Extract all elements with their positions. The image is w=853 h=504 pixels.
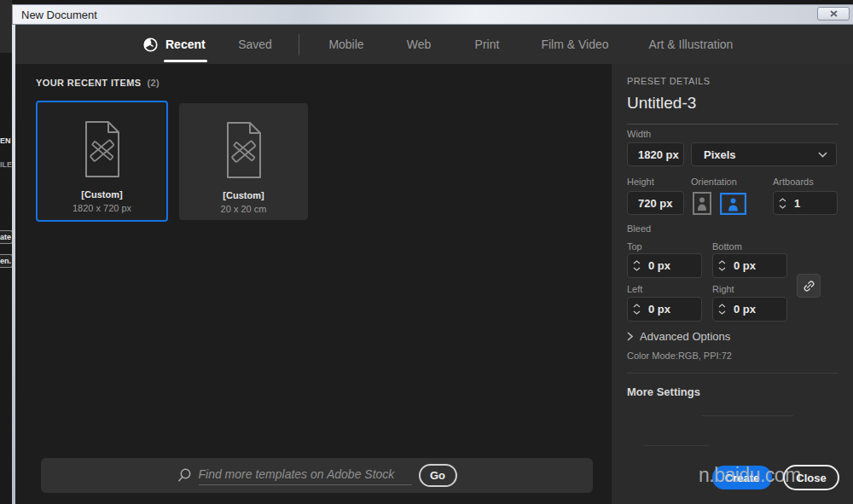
recent-items-header: YOUR RECENT ITEMS(2) <box>36 78 160 88</box>
document-template-icon <box>222 122 266 178</box>
background-app-strip: EN ILE ate en. <box>0 0 12 504</box>
chevron-up-icon <box>633 260 641 264</box>
divider <box>627 124 838 125</box>
bleed-right-label: Right <box>712 284 734 294</box>
chevron-down-icon <box>633 310 641 315</box>
bleed-right-value: 0 px <box>734 303 756 316</box>
tab-bar: Recent Saved Mobile Web Print Film & Vid… <box>15 25 853 64</box>
tab-saved[interactable]: Saved <box>238 25 272 64</box>
bleed-right-stepper[interactable]: 0 px <box>712 297 787 322</box>
units-dropdown[interactable]: Pixels <box>691 142 837 166</box>
chevron-down-icon <box>633 267 641 271</box>
chevron-down-icon <box>718 310 726 315</box>
artboards-value: 1 <box>794 197 800 210</box>
recent-item-size: 1820 x 720 px <box>73 203 131 213</box>
background-button-fragment: ate <box>0 230 13 244</box>
chevron-up-icon <box>633 304 641 308</box>
tab-label: Recent <box>165 38 206 51</box>
advanced-options-toggle[interactable]: Advanced Options <box>627 330 730 343</box>
bleed-left-label: Left <box>627 284 642 294</box>
stepper-arrows[interactable] <box>713 304 730 315</box>
stepper-arrows[interactable] <box>628 304 645 315</box>
recent-item-name: [Custom] <box>223 190 264 200</box>
search-input[interactable] <box>199 467 412 481</box>
height-input[interactable] <box>627 191 684 215</box>
tab-label: Saved <box>238 38 272 51</box>
create-button[interactable]: Create <box>712 466 772 490</box>
bleed-top-label: Top <box>627 241 642 252</box>
window-close-button[interactable] <box>817 7 850 20</box>
tab-label: Web <box>407 38 432 51</box>
width-label: Width <box>627 129 651 139</box>
tab-label: Print <box>475 38 500 51</box>
go-button[interactable]: Go <box>419 464 457 487</box>
bleed-left-stepper[interactable]: 0 px <box>627 297 702 322</box>
artboards-label: Artboards <box>773 177 814 187</box>
stepper-arrows[interactable] <box>774 198 791 209</box>
bleed-bottom-value: 0 px <box>734 259 756 272</box>
orientation-label: Orientation <box>691 177 737 187</box>
divider <box>627 373 838 374</box>
tab-web[interactable]: Web <box>407 25 432 64</box>
document-name-field[interactable]: Untitled-3 <box>627 94 696 113</box>
chevron-up-icon <box>718 260 726 264</box>
document-template-icon <box>80 121 125 177</box>
stepper-arrows[interactable] <box>713 260 730 271</box>
dialog-title: New Document <box>21 9 97 21</box>
advanced-options-label: Advanced Options <box>640 330 730 343</box>
more-settings-link[interactable]: More Settings <box>627 385 700 398</box>
bleed-link-button[interactable] <box>797 274 821 298</box>
tab-label: Film & Video <box>541 38 608 51</box>
width-value[interactable] <box>638 148 683 161</box>
landscape-orientation-icon[interactable] <box>720 193 746 215</box>
tab-recent[interactable]: Recent <box>143 25 206 64</box>
bleed-bottom-label: Bottom <box>712 241 742 252</box>
recent-item-card[interactable]: [Custom] 20 x 20 cm <box>179 103 308 220</box>
screen: EN ILE ate en. New Document Recent <box>0 0 853 504</box>
chevron-up-icon <box>779 198 786 202</box>
chevron-down-icon <box>818 152 827 158</box>
divider <box>644 445 709 446</box>
background-app-strip-top <box>0 0 12 53</box>
chevron-down-icon <box>718 267 726 271</box>
stepper-arrows[interactable] <box>628 260 645 271</box>
recent-item-card-selected[interactable]: [Custom] 1820 x 720 px <box>36 101 168 222</box>
bleed-bottom-stepper[interactable]: 0 px <box>712 253 787 278</box>
tab-mobile[interactable]: Mobile <box>328 25 363 64</box>
link-icon <box>803 280 815 293</box>
tab-print[interactable]: Print <box>475 25 500 64</box>
background-button-fragment: en. <box>0 254 13 268</box>
chevron-down-icon <box>779 205 786 209</box>
new-document-dialog: Recent Saved Mobile Web Print Film & Vid… <box>15 25 853 504</box>
adobe-stock-search-bar: Go <box>41 458 593 493</box>
tab-label: Art & Illustration <box>649 38 734 51</box>
divider <box>702 415 793 416</box>
recent-items-count: (2) <box>148 78 160 88</box>
dialog-titlebar[interactable]: New Document <box>12 4 853 25</box>
tab-label: Mobile <box>328 38 363 51</box>
height-value[interactable] <box>638 197 683 210</box>
color-mode-text: Color Mode:RGB, PPI:72 <box>627 350 732 361</box>
recent-item-size: 20 x 20 cm <box>221 204 267 214</box>
bleed-left-value: 0 px <box>648 303 670 316</box>
chevron-up-icon <box>718 304 726 308</box>
recent-items-title: YOUR RECENT ITEMS <box>36 78 142 88</box>
close-icon <box>830 10 838 17</box>
close-button[interactable]: Close <box>783 465 839 490</box>
bleed-top-value: 0 px <box>648 259 670 272</box>
tab-film-video[interactable]: Film & Video <box>541 25 608 64</box>
width-input[interactable] <box>627 142 684 166</box>
chevron-right-icon <box>627 332 633 341</box>
height-label: Height <box>627 177 654 187</box>
artboards-stepper[interactable]: 1 <box>773 191 838 215</box>
portrait-orientation-icon[interactable] <box>693 192 711 215</box>
tab-divider <box>299 34 299 55</box>
units-value: Pixels <box>704 148 736 161</box>
bleed-top-stepper[interactable]: 0 px <box>627 253 702 278</box>
bleed-label: Bleed <box>627 223 651 234</box>
preset-details-header: PRESET DETAILS <box>627 76 711 86</box>
tab-art-illustration[interactable]: Art & Illustration <box>649 25 734 64</box>
search-input-wrap <box>199 466 412 485</box>
preset-details-panel: PRESET DETAILS Untitled-3 Width Pixels H… <box>612 64 853 504</box>
clock-icon <box>143 38 158 52</box>
